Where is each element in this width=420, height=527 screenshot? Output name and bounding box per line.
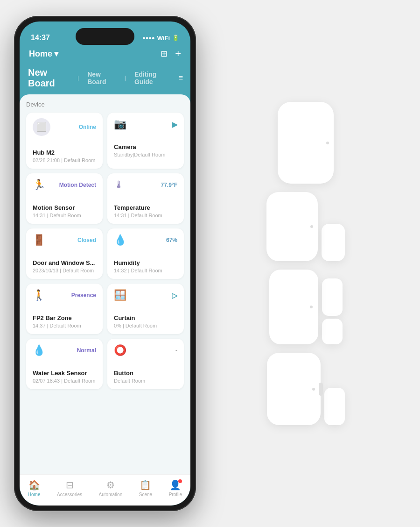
- camera-sub: Standby|Default Room: [114, 152, 177, 157]
- button-icon: ⭕: [114, 344, 126, 356]
- automation-nav-icon: ⚙: [106, 479, 115, 491]
- curtain-name: Curtain: [114, 314, 177, 321]
- content-area: Device ⬜ Online Hub M2 02/28 21:08 |: [20, 94, 190, 474]
- button-status: -: [175, 347, 177, 354]
- device-card-water[interactable]: 💧 Normal Water Leak Sensor 02/07 18:43 |…: [26, 339, 103, 389]
- add-icon[interactable]: +: [175, 48, 181, 60]
- tab-editing-guide[interactable]: Editing Guide: [133, 69, 171, 87]
- tab-row: New Board | New Board | Editing Guide ≡: [20, 64, 190, 94]
- card-header-motion: 🏃 Motion Detect: [33, 179, 96, 191]
- device-card-humidity[interactable]: 💧 67% Humidity 14:32 | Default Room: [107, 228, 184, 279]
- accessories-nav-icon: ⊟: [66, 479, 74, 491]
- scene-nav-icon: 📋: [140, 479, 151, 491]
- sensor-device-3-small-group: [322, 278, 343, 344]
- sensor-device-4-main: [267, 353, 321, 425]
- profile-nav-label: Profile: [169, 492, 182, 497]
- motion-icon: 🏃: [33, 179, 45, 191]
- sensor-device-3-small-1: [322, 278, 343, 316]
- dropdown-icon: ▾: [54, 49, 58, 59]
- temp-status: 77.9°F: [161, 182, 177, 188]
- humidity-status: 67%: [166, 237, 177, 243]
- nav-scene[interactable]: 📋 Scene: [139, 479, 152, 497]
- tab-new-board-2[interactable]: New Board: [86, 69, 117, 87]
- hub-sub: 02/28 21:08 | Default Room: [33, 157, 96, 163]
- menu-icon[interactable]: ≡: [179, 74, 183, 82]
- sensor-device-2-main: [266, 192, 318, 261]
- tab-separator-1: |: [77, 75, 79, 81]
- nav-home[interactable]: 🏠 Home: [28, 479, 41, 497]
- scrollable-content: Device ⬜ Online Hub M2 02/28 21:08 |: [20, 94, 190, 506]
- nav-automation[interactable]: ⚙ Automation: [99, 479, 123, 497]
- app-header: Home ▾ ⊞ +: [20, 46, 190, 64]
- motion-sub: 14:31 | Default Room: [33, 213, 96, 218]
- nav-accessories[interactable]: ⊟ Accessories: [57, 479, 82, 497]
- door-status: Closed: [77, 237, 96, 243]
- hub-icon: ⬜: [33, 118, 50, 136]
- fp2-sub: 14:37 | Default Room: [33, 323, 96, 328]
- home-nav-label: Home: [28, 492, 41, 497]
- door-icon: 🚪: [33, 234, 45, 246]
- button-sub: Default Room: [114, 378, 177, 384]
- camera-icon: 📷: [114, 118, 126, 130]
- door-name: Door and Window S...: [33, 259, 96, 266]
- motion-status: Motion Detect: [59, 182, 96, 188]
- water-status: Normal: [77, 347, 96, 354]
- section-label: Device: [26, 101, 184, 108]
- card-header-humidity: 💧 67%: [114, 234, 177, 246]
- card-header-button: ⭕ -: [114, 344, 177, 356]
- device-card-fp2[interactable]: 🚶 Presence FP2 Bar Zone 14:37 | Default …: [26, 284, 103, 334]
- tab-new-board-main[interactable]: New Board: [27, 65, 70, 91]
- humidity-icon: 💧: [114, 234, 126, 246]
- curtain-sub: 0% | Default Room: [114, 323, 177, 328]
- fp2-name: FP2 Bar Zone: [33, 314, 96, 321]
- device-grid: ⬜ Online Hub M2 02/28 21:08 | Default Ro…: [26, 113, 184, 389]
- temp-name: Temperature: [114, 204, 177, 211]
- device-card-button[interactable]: ⭕ - Button Default Room: [107, 339, 184, 389]
- sensor-device-2-small: [322, 224, 345, 261]
- device-card-motion[interactable]: 🏃 Motion Detect Motion Sensor 14:31 | De…: [26, 173, 103, 224]
- card-header-fp2: 🚶 Presence: [33, 289, 96, 301]
- sensor-group-4: [267, 353, 345, 425]
- device-card-hub[interactable]: ⬜ Online Hub M2 02/28 21:08 | Default Ro…: [26, 113, 103, 169]
- wifi-icon: WiFi: [157, 35, 170, 42]
- water-icon: 💧: [33, 344, 45, 356]
- signal-icon: ●●●●: [142, 35, 155, 41]
- device-card-temperature[interactable]: 🌡 77.9°F Temperature 14:31 | Default Roo…: [107, 173, 184, 224]
- sensor-device-3-main: [269, 270, 318, 344]
- device-card-curtain[interactable]: 🪟 ▷ Curtain 0% | Default Room: [107, 284, 184, 334]
- card-header-door: 🚪 Closed: [33, 234, 96, 246]
- water-name: Water Leak Sensor: [33, 370, 96, 377]
- button-name: Button: [114, 370, 177, 377]
- temperature-icon: 🌡: [114, 179, 124, 191]
- door-sub: 2023/10/13 | Default Room: [33, 268, 96, 273]
- device-card-camera[interactable]: 📷 ▶ Camera Standby|Default Room: [107, 113, 184, 169]
- motion-name: Motion Sensor: [33, 204, 96, 211]
- card-header-hub: ⬜ Online: [33, 118, 96, 136]
- sensor-device-3-small-2: [322, 319, 343, 344]
- tab-separator-2: |: [125, 75, 126, 81]
- home-title[interactable]: Home ▾: [29, 49, 58, 59]
- sensor-button-4: [319, 383, 323, 396]
- sensor-device-1: [278, 102, 334, 184]
- bottom-nav: 🏠 Home ⊟ Accessories ⚙ Automation: [20, 474, 190, 506]
- sensor-device-4-small: [324, 388, 345, 425]
- accessories-nav-label: Accessories: [57, 492, 82, 497]
- phone-screen: 14:37 ●●●● WiFi 🔋 Home ▾: [20, 21, 190, 506]
- card-header-temp: 🌡 77.9°F: [114, 179, 177, 191]
- card-header-water: 💧 Normal: [33, 344, 96, 356]
- status-icons: ●●●● WiFi 🔋: [142, 35, 179, 42]
- phone-wrapper: 14:37 ●●●● WiFi 🔋 Home ▾: [14, 16, 196, 511]
- status-time: 14:37: [31, 34, 50, 42]
- scene-nav-label: Scene: [139, 492, 152, 497]
- grid-icon[interactable]: ⊞: [161, 49, 168, 59]
- device-card-door[interactable]: 🚪 Closed Door and Window S... 2023/10/13…: [26, 228, 103, 279]
- home-label: Home: [29, 49, 52, 59]
- curtain-status: ▷: [172, 291, 177, 300]
- camera-status: ▶: [172, 120, 177, 129]
- fp2-status: Presence: [71, 292, 96, 299]
- home-nav-icon: 🏠: [28, 479, 40, 491]
- hub-status: Online: [79, 124, 96, 130]
- nav-profile[interactable]: 👤 Profile: [169, 479, 182, 497]
- humidity-name: Humidity: [114, 259, 177, 266]
- camera-name: Camera: [114, 143, 177, 150]
